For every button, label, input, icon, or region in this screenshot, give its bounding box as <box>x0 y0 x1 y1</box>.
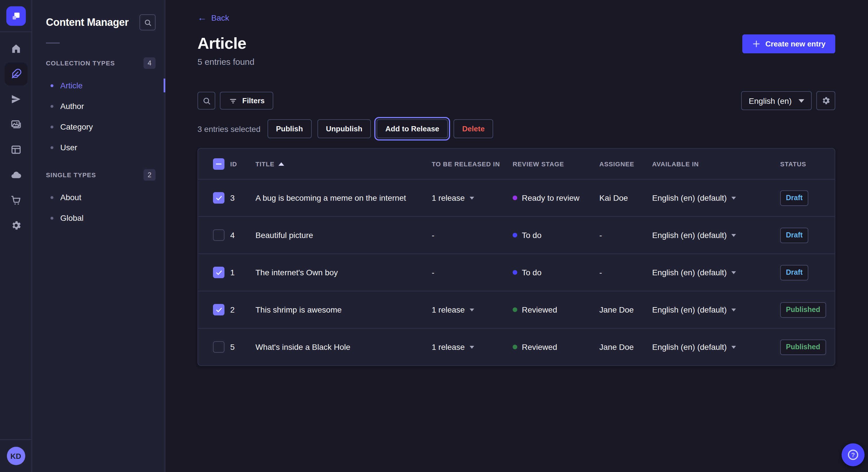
sidebar-item-article[interactable]: Article <box>32 75 165 96</box>
table-row[interactable]: 2This shrimp is awesome1 releaseReviewed… <box>198 291 835 328</box>
entry-id: 4 <box>230 231 255 240</box>
row-checkbox[interactable] <box>213 341 224 353</box>
user-avatar[interactable]: KD <box>7 447 25 465</box>
publish-button[interactable]: Publish <box>267 119 311 138</box>
entry-title: A bug is becoming a meme on the internet <box>255 193 432 202</box>
nav-item-releases[interactable] <box>4 88 27 111</box>
search-icon <box>143 18 152 27</box>
stage-dot-icon <box>513 233 517 237</box>
column-header-status[interactable]: STATUS <box>780 160 829 167</box>
column-header-title[interactable]: TITLE <box>255 160 432 167</box>
strapi-logo[interactable] <box>6 6 26 26</box>
nav-item-media-library[interactable] <box>4 113 27 136</box>
sidebar-item-global[interactable]: Global <box>32 208 165 228</box>
back-arrow-icon: ← <box>197 13 207 22</box>
release-cell: - <box>432 268 513 277</box>
unpublish-button[interactable]: Unpublish <box>317 119 371 138</box>
review-stage-cell: Reviewed <box>513 342 599 351</box>
release-cell[interactable]: 1 release <box>432 305 513 314</box>
nav-item-content-type-builder[interactable] <box>4 138 27 161</box>
available-in-cell[interactable]: English (en) (default) <box>652 268 780 277</box>
view-settings-button[interactable] <box>816 91 835 110</box>
nav-item-home[interactable] <box>4 37 27 60</box>
available-in-cell[interactable]: English (en) (default) <box>652 193 780 202</box>
row-checkbox[interactable] <box>213 267 224 278</box>
chevron-down-icon <box>469 196 474 199</box>
indeterminate-dash-icon <box>216 163 222 164</box>
help-fab-button[interactable]: ? <box>842 443 865 466</box>
bullet-icon <box>51 146 53 149</box>
chevron-down-icon <box>732 345 736 348</box>
media-library-icon <box>10 119 22 130</box>
locale-select[interactable]: English (en) <box>741 91 812 110</box>
back-link[interactable]: ← Back <box>197 13 229 22</box>
delete-button[interactable]: Delete <box>454 119 493 138</box>
column-header-assignee[interactable]: ASSIGNEE <box>599 160 652 167</box>
column-header-to-be-released-in[interactable]: TO BE RELEASED IN <box>432 160 513 167</box>
selected-entries-count: 3 entries selected <box>197 124 260 133</box>
sort-ascending-icon <box>278 162 284 165</box>
column-header-id[interactable]: ID <box>230 160 255 167</box>
nav-item-settings[interactable] <box>4 214 27 237</box>
create-new-entry-button[interactable]: Create new entry <box>742 34 835 53</box>
sidebar-item-label: Author <box>60 102 84 111</box>
column-header-review-stage[interactable]: REVIEW STAGE <box>513 160 599 167</box>
content-type-builder-icon <box>10 144 22 156</box>
table-row[interactable]: 1The internet's Own boy-To do-English (e… <box>198 254 835 291</box>
entry-title: What's inside a Black Hole <box>255 342 432 351</box>
nav-item-content-manager[interactable] <box>4 63 27 86</box>
main-content: ← Back Article 5 entries found Create ne… <box>165 0 868 472</box>
table-header-row: IDTITLETO BE RELEASED INREVIEW STAGEASSI… <box>198 148 835 179</box>
sidebar-item-author[interactable]: Author <box>32 96 165 116</box>
status-cell: Draft <box>780 190 829 206</box>
entry-id: 1 <box>230 268 255 277</box>
status-badge: Published <box>780 339 826 355</box>
row-checkbox[interactable] <box>213 304 224 315</box>
sidebar-item-category[interactable]: Category <box>32 116 165 137</box>
list-search-button[interactable] <box>197 92 215 109</box>
row-checkbox[interactable] <box>213 229 224 241</box>
entry-title: Beautiful picture <box>255 231 432 240</box>
bullet-icon <box>51 105 53 107</box>
sidebar-item-user[interactable]: User <box>32 137 165 158</box>
assignee-cell: Kai Doe <box>599 193 652 202</box>
add-to-release-button[interactable]: Add to Release <box>377 119 448 138</box>
content-manager-subnav: Content Manager COLLECTION TYPES 4 Artic… <box>32 0 165 472</box>
nav-item-cloud[interactable] <box>4 164 27 187</box>
available-in-cell[interactable]: English (en) (default) <box>652 231 780 240</box>
nav-item-marketplace[interactable] <box>4 189 27 212</box>
subnav-divider <box>46 42 60 43</box>
row-checkbox[interactable] <box>213 192 224 204</box>
locale-value: English (en) <box>749 96 792 105</box>
release-cell: - <box>432 231 513 240</box>
release-cell[interactable]: 1 release <box>432 342 513 351</box>
rail-footer: KD <box>0 439 32 472</box>
assignee-cell: Jane Doe <box>599 342 652 351</box>
available-in-cell[interactable]: English (en) (default) <box>652 305 780 314</box>
create-label: Create new entry <box>765 40 826 48</box>
assignee-cell: Jane Doe <box>599 305 652 314</box>
bulk-actions: PublishUnpublishAdd to ReleaseDelete <box>267 119 493 138</box>
search-icon <box>202 96 211 105</box>
chevron-down-icon <box>469 308 474 311</box>
entry-id: 2 <box>230 305 255 314</box>
table-row[interactable]: 4Beautiful picture-To do-English (en) (d… <box>198 216 835 254</box>
column-header-available-in[interactable]: AVAILABLE IN <box>652 160 780 167</box>
sidebar-item-label: Global <box>60 213 84 223</box>
status-cell: Draft <box>780 227 829 243</box>
home-icon <box>10 43 22 55</box>
filters-button[interactable]: Filters <box>220 92 273 109</box>
sidebar-item-about[interactable]: About <box>32 187 165 208</box>
select-all-checkbox[interactable] <box>213 158 224 169</box>
available-in-cell[interactable]: English (en) (default) <box>652 342 780 351</box>
review-stage-cell: Ready to review <box>513 193 599 202</box>
review-stage-cell: Reviewed <box>513 305 599 314</box>
marketplace-icon <box>10 194 22 206</box>
sidebar-item-label: Article <box>60 81 83 90</box>
table-row[interactable]: 5What's inside a Black Hole1 releaseRevi… <box>198 328 835 365</box>
table-row[interactable]: 3A bug is becoming a meme on the interne… <box>198 179 835 216</box>
release-cell[interactable]: 1 release <box>432 193 513 202</box>
chevron-down-icon <box>732 308 736 311</box>
stage-dot-icon <box>513 196 517 200</box>
subnav-search-button[interactable] <box>140 14 156 30</box>
